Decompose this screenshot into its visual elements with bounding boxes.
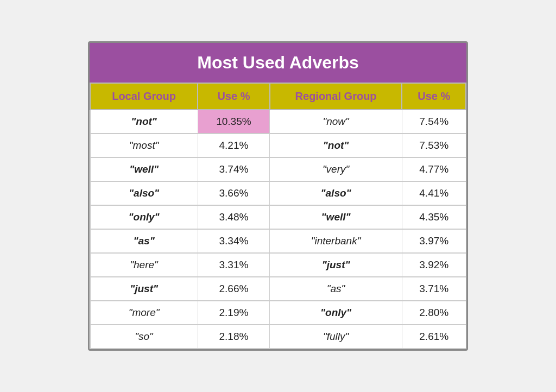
- regional-word: "fully": [270, 325, 402, 349]
- regional-pct: 4.77%: [402, 157, 466, 181]
- regional-pct: 3.71%: [402, 277, 466, 301]
- local-pct: 10.35%: [198, 110, 269, 134]
- local-word: "most": [90, 134, 198, 157]
- local-word: "not": [90, 110, 198, 134]
- regional-word: "just": [270, 253, 402, 277]
- regional-pct: 4.35%: [402, 205, 466, 229]
- regional-pct: 7.54%: [402, 110, 466, 134]
- local-word: "only": [90, 205, 198, 229]
- header-row: Local Group Use % Regional Group Use %: [90, 83, 466, 110]
- local-word: "here": [90, 253, 198, 277]
- table-row: "well"3.74%"very"4.77%: [90, 157, 466, 181]
- col-local-group: Local Group: [90, 83, 198, 110]
- local-pct: 3.74%: [198, 157, 269, 181]
- regional-pct: 4.41%: [402, 181, 466, 205]
- col-regional-use: Use %: [402, 83, 466, 110]
- table-row: "not"10.35%"now"7.54%: [90, 110, 466, 134]
- table-body: "not"10.35%"now"7.54%"most"4.21%"not"7.5…: [90, 110, 466, 349]
- table-row: "here"3.31%"just"3.92%: [90, 253, 466, 277]
- col-regional-group: Regional Group: [270, 83, 402, 110]
- table-row: "most"4.21%"not"7.53%: [90, 134, 466, 157]
- regional-word: "not": [270, 134, 402, 157]
- regional-pct: 2.80%: [402, 301, 466, 325]
- local-word: "more": [90, 301, 198, 325]
- main-container: Most Used Adverbs Local Group Use % Regi…: [88, 41, 468, 351]
- regional-word: "very": [270, 157, 402, 181]
- local-word: "as": [90, 229, 198, 253]
- regional-word: "well": [270, 205, 402, 229]
- local-word: "so": [90, 325, 198, 349]
- local-word: "well": [90, 157, 198, 181]
- regional-pct: 2.61%: [402, 325, 466, 349]
- local-word: "just": [90, 277, 198, 301]
- local-pct: 4.21%: [198, 134, 269, 157]
- col-local-use: Use %: [198, 83, 269, 110]
- table-row: "just"2.66%"as"3.71%: [90, 277, 466, 301]
- local-pct: 2.66%: [198, 277, 269, 301]
- regional-word: "now": [270, 110, 402, 134]
- table-row: "only"3.48%"well"4.35%: [90, 205, 466, 229]
- table-title: Most Used Adverbs: [90, 43, 466, 83]
- table-row: "also"3.66%"also"4.41%: [90, 181, 466, 205]
- local-pct: 3.48%: [198, 205, 269, 229]
- regional-pct: 3.92%: [402, 253, 466, 277]
- data-table: Local Group Use % Regional Group Use % "…: [90, 83, 466, 349]
- regional-word: "as": [270, 277, 402, 301]
- table-row: "so"2.18%"fully"2.61%: [90, 325, 466, 349]
- local-pct: 3.31%: [198, 253, 269, 277]
- regional-pct: 3.97%: [402, 229, 466, 253]
- local-pct: 3.34%: [198, 229, 269, 253]
- regional-pct: 7.53%: [402, 134, 466, 157]
- regional-word: "also": [270, 181, 402, 205]
- regional-word: "only": [270, 301, 402, 325]
- local-word: "also": [90, 181, 198, 205]
- local-pct: 2.18%: [198, 325, 269, 349]
- table-row: "as"3.34%"interbank"3.97%: [90, 229, 466, 253]
- regional-word: "interbank": [270, 229, 402, 253]
- local-pct: 2.19%: [198, 301, 269, 325]
- table-row: "more"2.19%"only"2.80%: [90, 301, 466, 325]
- local-pct: 3.66%: [198, 181, 269, 205]
